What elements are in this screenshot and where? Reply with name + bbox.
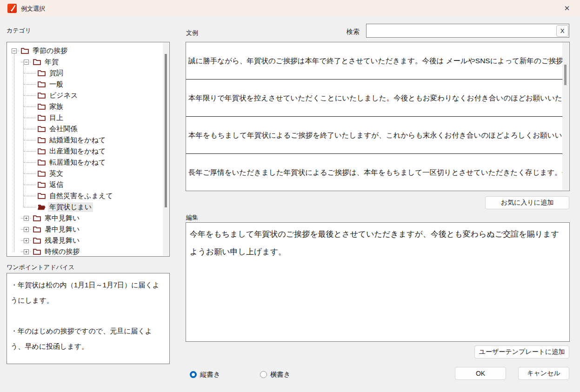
tree-item-label: 季節の挨拶 [31,46,69,56]
close-icon[interactable]: ✕ [558,0,576,17]
tree-item-label: ビジネス [48,91,79,100]
examples-list: 誠に勝手ながら、年賀状のご挨拶は本年で終了とさせていただきます。今後は メールや… [186,42,570,191]
tree-item-label: 英文 [48,169,65,179]
example-item[interactable]: 本年限りで年賀状を控えさせていただくことにいたしました。今後ともお変わりなくお付… [186,80,563,117]
folder-icon [38,126,46,132]
collapse-toggle-icon[interactable] [24,60,29,65]
folder-icon [38,148,46,154]
tree-item-label: 一般 [48,80,65,89]
tree-connector [24,151,36,152]
category-label: カテゴリ [7,27,31,35]
folder-icon [38,193,46,199]
tree-scrollbar-thumb[interactable] [165,54,167,207]
tree-item[interactable]: 年賀 [7,56,163,67]
tree-connector [30,218,31,219]
expand-toggle-icon[interactable] [24,238,29,243]
window-title: 例文選択 [21,5,45,13]
add-to-favorites-button[interactable]: お気に入りに追加 [485,196,569,209]
examples-scrollbar[interactable] [562,43,569,190]
tree-item-label: 家族 [48,102,65,112]
vertical-writing-label: 縦書き [200,370,220,379]
tree-connector [24,196,36,196]
tree-item[interactable]: 英文 [7,168,163,179]
tree-connector [18,51,19,51]
titlebar: 例文選択 ✕ [0,0,580,17]
tree-item-label: 会社関係 [48,124,79,134]
search-input[interactable] [366,24,569,38]
tree-connector [24,207,36,207]
app-brush-icon [7,4,17,13]
folder-icon [21,47,29,54]
tree-item[interactable]: 一般 [7,79,163,90]
search-label: 検索 [347,28,360,36]
tree-item[interactable]: 時候の挨拶 [7,246,163,257]
tree-item[interactable]: 転居通知をかねて [7,157,163,168]
folder-icon [38,137,46,143]
tree-item-label: 年賀 [43,57,60,67]
tree-connector [30,229,31,230]
tree-item[interactable]: 季節の挨拶 [7,45,163,56]
advice-paragraph: ・年賀状は松の内（1月1日～1月7日）に届くようにします。 [11,277,166,308]
vertical-writing-radio[interactable] [190,371,197,378]
tree-connector [24,185,36,185]
folder-icon [33,237,41,244]
advice-box: ・年賀状は松の内（1月1日～1月7日）に届くようにします。・年のはじめの挨拶です… [7,273,170,364]
expand-toggle-icon[interactable] [24,227,29,232]
tree-item[interactable]: 年賀状じまい [7,201,163,213]
tree-connector [30,240,31,241]
tree-item[interactable]: 出産通知をかねて [7,146,163,157]
tree-item[interactable]: 暑中見舞い [7,224,163,235]
tree-item[interactable]: 家族 [7,101,163,112]
example-selection-dialog: 例文選択 ✕ カテゴリ 季節の挨拶年賀賀詞一般ビジネス家族目上会社関係結婚通知を… [0,0,580,392]
tree-connector [30,252,31,252]
folder-icon [38,159,46,166]
cancel-button[interactable]: キャンセル [518,367,569,380]
horizontal-writing-radio[interactable] [260,371,267,378]
tree-item[interactable]: 目上 [7,112,163,123]
folder-icon [38,170,46,177]
tree-connector [24,162,36,163]
tree-item-label: 目上 [48,113,65,123]
collapse-toggle-icon[interactable] [12,48,17,53]
tree-item-label: 転居通知をかねて [48,158,107,167]
tree-item-label: 返信 [48,180,65,190]
tree-connector [24,140,36,140]
edit-label: 編集 [186,213,198,222]
advice-paragraph: ・年のはじめの挨拶ですので、元旦に届くよう、早めに投函します。 [11,323,166,354]
tree-item[interactable]: 自然災害をふまえて [7,190,163,201]
search-clear-button[interactable]: X [556,25,568,37]
ok-button[interactable]: OK [455,367,506,380]
folder-icon [38,103,46,110]
tree-item[interactable]: 結婚通知をかねて [7,134,163,146]
tree-item-label: 時候の挨拶 [43,247,81,257]
example-item[interactable]: 長年ご厚情をいただきました年賀状によるご挨拶は、本年をもちまして一区切りとさせて… [186,154,563,191]
tree-connector [24,173,36,174]
folder-icon [38,114,46,121]
tree-item[interactable]: 寒中見舞い [7,213,163,224]
folder-icon [33,215,41,221]
tree-item[interactable]: 返信 [7,179,163,190]
tree-connector [24,84,36,85]
folder-icon [33,59,41,65]
tree-item[interactable]: ビジネス [7,90,163,101]
tree-connector [30,62,31,62]
tree-item-label: 出産通知をかねて [48,146,107,156]
tree-scrollbar[interactable] [163,43,169,256]
expand-toggle-icon[interactable] [24,216,29,221]
tree-connector [24,129,36,129]
orientation-radios: 縦書き 横書き [190,370,291,379]
edit-textarea[interactable]: 今年をもちまして年賀状のご挨拶を最後とさせていただきますが、今後とも変わらぬご交… [186,222,570,342]
tree-connector [24,118,36,118]
tree-item[interactable]: 賀詞 [7,67,163,79]
example-item[interactable]: 本年をもちまして年賀状によるご挨拶を終了いたしますが、これからも末永くお付き合い… [186,117,563,154]
tree-item[interactable]: 残暑見舞い [7,235,163,246]
example-item[interactable]: 誠に勝手ながら、年賀状のご挨拶は本年で終了とさせていただきます。今後は メールや… [186,42,563,80]
tree-item-label: 自然災害をふまえて [48,191,114,201]
tree-item[interactable]: 会社関係 [7,123,163,134]
tree-item-label: 暑中見舞い [43,225,81,234]
examples-scrollbar-thumb[interactable] [564,65,567,85]
add-to-user-template-button[interactable]: ユーザーテンプレートに追加 [474,345,569,359]
tree-item-label: 年賀状じまい [48,202,93,212]
expand-toggle-icon[interactable] [24,249,29,254]
folder-icon [33,248,41,255]
